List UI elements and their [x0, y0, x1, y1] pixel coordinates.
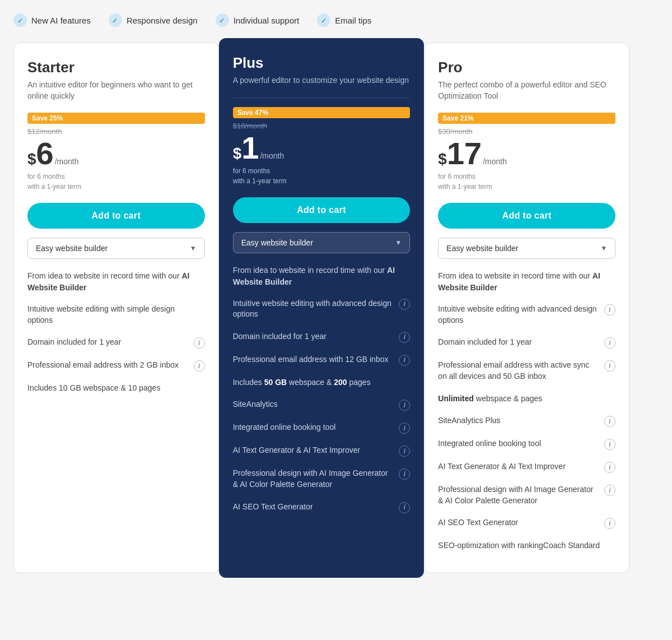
price-per: /month	[55, 157, 79, 166]
info-icon-pro-1[interactable]: i	[604, 337, 615, 349]
info-icon-plus-8[interactable]: i	[399, 502, 410, 513]
top-bar-label: Email tips	[335, 16, 371, 25]
feature-text: Integrated online booking tool	[438, 438, 604, 449]
price-row: $ 1 /month	[233, 132, 410, 164]
feature-item: AI Text Generator & AI Text Improver i	[438, 456, 615, 479]
feature-item: Unlimited webspace & pages	[438, 388, 615, 410]
dropdown-easy-website-builder[interactable]: Easy website builder ▼	[233, 232, 410, 253]
feature-text: Intuitive website editing with advanced …	[438, 304, 604, 326]
plan-card-pro: Pro The perfect combo of a powerful edit…	[424, 43, 629, 573]
chevron-down-icon: ▼	[600, 244, 607, 252]
feature-text: Intuitive website editing with advanced …	[233, 298, 399, 320]
info-icon-plus-2[interactable]: i	[399, 355, 410, 366]
add-to-cart-button[interactable]: Add to cart	[438, 203, 615, 229]
feature-text: AI SEO Text Generator	[233, 502, 399, 513]
price-note: for 6 monthswith a 1-year term	[27, 171, 205, 192]
feature-text: Professional design with AI Image Genera…	[438, 484, 604, 506]
feature-item: Professional email address with 12 GB in…	[233, 349, 410, 372]
feature-item: Professional design with AI Image Genera…	[438, 479, 615, 512]
info-icon-pro-8[interactable]: i	[604, 518, 615, 529]
plan-name: Pro	[438, 59, 615, 76]
save-badge: Save 21%	[438, 113, 615, 124]
feature-item: Intuitive website editing with advanced …	[233, 293, 410, 326]
info-icon-plus-7[interactable]: i	[399, 469, 410, 480]
check-icon: ✓	[216, 13, 229, 27]
feature-text: Domain included for 1 year	[438, 337, 604, 348]
info-icon-plus-4[interactable]: i	[399, 400, 410, 411]
dropdown-easy-website-builder[interactable]: Easy website builder ▼	[438, 238, 615, 259]
info-icon-pro-5[interactable]: i	[604, 439, 615, 450]
feature-text: Intuitive website editing with simple de…	[27, 304, 205, 326]
check-icon: ✓	[109, 13, 122, 27]
info-icon-pro-6[interactable]: i	[604, 462, 615, 473]
ai-builder-intro: From idea to website in record time with…	[233, 265, 410, 288]
price-row: $ 17 /month	[438, 138, 615, 169]
feature-item: Professional email address with 2 GB inb…	[27, 354, 205, 377]
add-to-cart-button[interactable]: Add to cart	[27, 203, 205, 229]
price-dollar: $	[438, 150, 447, 168]
ai-builder-intro: From idea to website in record time with…	[438, 270, 615, 294]
top-bar-item-responsive: ✓ Responsive design	[109, 13, 198, 27]
feature-item: Professional email address with active s…	[438, 354, 615, 387]
feature-text: Professional email address with 12 GB in…	[233, 354, 399, 365]
price-dollar: $	[27, 150, 36, 168]
top-bar-item-new-ai: ✓ New AI features	[13, 13, 91, 27]
add-to-cart-button[interactable]: Add to cart	[233, 197, 410, 223]
info-icon-plus-5[interactable]: i	[399, 423, 410, 434]
feature-item: Professional design with AI Image Genera…	[233, 462, 410, 495]
price-per: /month	[483, 157, 507, 166]
features-list: Intuitive website editing with simple de…	[27, 298, 205, 400]
top-bar-label: Responsive design	[127, 16, 198, 25]
info-icon-pro-2[interactable]: i	[604, 360, 615, 372]
feature-text: SiteAnalytics Plus	[438, 415, 604, 426]
features-list: Intuitive website editing with advanced …	[438, 298, 615, 557]
feature-item: Intuitive website editing with advanced …	[438, 298, 615, 331]
feature-text: SEO-optimization with rankingCoach Stand…	[438, 540, 615, 551]
feature-item: SiteAnalytics Plus i	[438, 410, 615, 433]
price-per: /month	[260, 151, 284, 160]
feature-text: Professional email address with 2 GB inb…	[27, 360, 194, 371]
feature-item: SiteAnalytics i	[233, 393, 410, 416]
info-icon-pro-7[interactable]: i	[604, 485, 615, 496]
plan-name: Starter	[27, 59, 205, 76]
info-icon-pro-0[interactable]: i	[604, 304, 615, 316]
dropdown-label: Easy website builder	[446, 244, 518, 253]
feature-item: Domain included for 1 year i	[233, 326, 410, 349]
info-icon-starter-2[interactable]: i	[194, 360, 205, 372]
top-bar-item-support: ✓ Individual support	[216, 13, 300, 27]
feature-text: AI Text Generator & AI Text Improver	[438, 461, 604, 472]
feature-text: Professional design with AI Image Genera…	[233, 468, 399, 490]
feature-text: Includes 10 GB webspace & 10 pages	[27, 383, 205, 394]
feature-item: AI SEO Text Generator i	[233, 496, 410, 519]
dropdown-easy-website-builder[interactable]: Easy website builder ▼	[27, 238, 205, 259]
feature-item: Domain included for 1 year i	[27, 331, 205, 354]
feature-text: Includes 50 GB webspace & 200 pages	[233, 377, 410, 388]
feature-item: Intuitive website editing with simple de…	[27, 298, 205, 331]
original-price: $18/month	[233, 122, 410, 130]
price-amount: 1	[241, 132, 259, 164]
feature-item: Integrated online booking tool i	[438, 433, 615, 456]
feature-item: Domain included for 1 year i	[438, 331, 615, 354]
info-icon-plus-0[interactable]: i	[399, 299, 410, 310]
info-icon-pro-4[interactable]: i	[604, 416, 615, 427]
feature-item: AI Text Generator & AI Text Improver i	[233, 439, 410, 462]
top-bar-item-email: ✓ Email tips	[317, 13, 371, 27]
top-bar-label: Individual support	[234, 16, 300, 25]
plan-card-starter: Starter An intuitive editor for beginner…	[13, 43, 219, 573]
feature-item: Includes 50 GB webspace & 200 pages	[233, 372, 410, 394]
info-icon-plus-6[interactable]: i	[399, 446, 410, 457]
info-icon-starter-1[interactable]: i	[194, 337, 205, 349]
feature-item: Integrated online booking tool i	[233, 416, 410, 439]
feature-text: Unlimited webspace & pages	[438, 393, 615, 405]
plans-container: Starter An intuitive editor for beginner…	[13, 43, 629, 573]
check-icon: ✓	[317, 13, 330, 27]
feature-text: AI Text Generator & AI Text Improver	[233, 445, 399, 456]
features-list: Intuitive website editing with advanced …	[233, 293, 410, 519]
info-icon-plus-1[interactable]: i	[399, 332, 410, 343]
top-bar: ✓ New AI features ✓ Responsive design ✓ …	[13, 13, 659, 27]
ai-builder-intro: From idea to website in record time with…	[27, 270, 205, 294]
price-dollar: $	[233, 145, 242, 163]
top-bar-label: New AI features	[31, 16, 91, 25]
feature-text: Domain included for 1 year	[233, 331, 399, 342]
chevron-down-icon: ▼	[190, 244, 197, 252]
